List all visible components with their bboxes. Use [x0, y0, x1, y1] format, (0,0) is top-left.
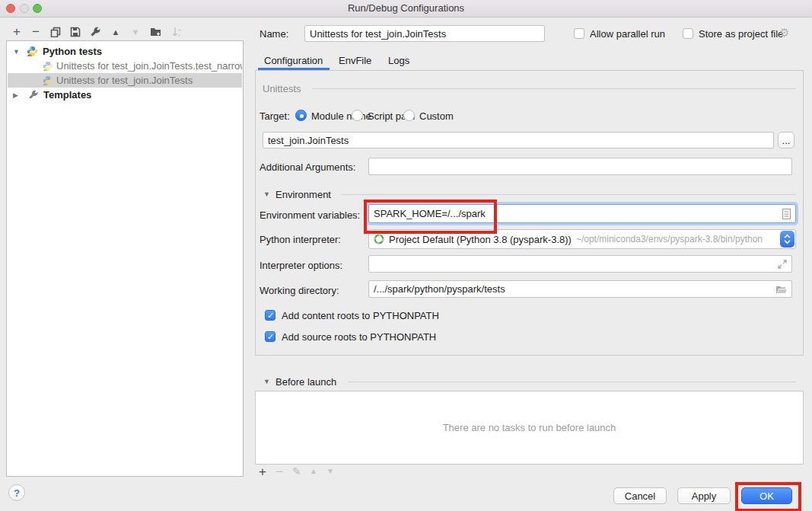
additional-arguments-input[interactable]: [368, 158, 792, 175]
svg-text:a: a: [178, 27, 181, 32]
apply-button-label: Apply: [692, 490, 717, 502]
environment-divider: [341, 194, 796, 195]
environment-header: Environment: [275, 189, 331, 200]
tree-item-label: Python tests: [43, 46, 102, 57]
zoom-window-button[interactable]: [33, 4, 42, 13]
remove-configuration-icon[interactable]: −: [29, 24, 43, 40]
target-input-value: test_join.JoinTests: [268, 135, 349, 146]
python-test-config-icon: [43, 75, 53, 86]
python-test-config-icon: [43, 61, 53, 72]
tree-item-python-tests[interactable]: ▼ Python tests: [8, 44, 242, 59]
before-launch-task-list: There are no tasks to run before launch: [255, 391, 804, 465]
help-button[interactable]: ?: [8, 484, 25, 501]
name-input[interactable]: Unittests for test_join.JoinTests: [304, 25, 545, 42]
conda-environment-icon: [374, 234, 384, 244]
edit-variables-icon[interactable]: [782, 209, 791, 219]
save-configuration-icon[interactable]: [68, 24, 82, 40]
working-directory-label: Working directory:: [260, 285, 339, 296]
edit-templates-wrench-icon[interactable]: [88, 24, 102, 40]
tab-logs[interactable]: Logs: [388, 55, 409, 66]
python-interpreter-value: Project Default (Python 3.8 (pyspark-3.8…: [389, 234, 572, 245]
tree-item-templates[interactable]: ▶ Templates: [8, 88, 242, 102]
environment-variables-label: Environment variables:: [260, 209, 360, 221]
copy-configuration-icon[interactable]: [49, 24, 62, 40]
python-interpreter-label: Python interpreter:: [260, 234, 341, 245]
move-up-icon[interactable]: ▲: [110, 24, 122, 40]
move-task-down-icon[interactable]: ▼: [326, 467, 334, 475]
tab-envfile[interactable]: EnvFile: [339, 55, 371, 66]
tree-item-label: Unittests for test_join.JoinTests.test_n…: [56, 60, 242, 72]
before-launch-divider: [348, 382, 796, 382]
move-task-up-icon[interactable]: ▲: [310, 467, 317, 475]
add-content-roots-checkbox[interactable]: [265, 310, 275, 321]
store-as-project-file-label: Store as project file: [699, 28, 783, 40]
tree-item-unittests-jointests-selected[interactable]: Unittests for test_join.JoinTests: [8, 73, 242, 88]
before-launch-header: Before launch: [275, 376, 336, 388]
before-launch-collapse-icon[interactable]: ▼: [263, 378, 270, 385]
target-script-path-radio[interactable]: [352, 110, 363, 121]
working-directory-input[interactable]: /.../spark/python/pyspark/tests: [368, 280, 792, 298]
edit-task-icon[interactable]: ✎: [292, 465, 301, 477]
close-window-button[interactable]: [6, 4, 15, 13]
configurations-tree: ▼ Python tests Unittests for test_join.J…: [6, 40, 244, 477]
before-launch-empty-text: There are no tasks to run before launch: [443, 422, 616, 433]
run-debug-configurations-dialog: Run/Debug Configurations + − ▲ ▼ az ▼ Py…: [0, 0, 812, 511]
additional-arguments-label: Additional Arguments:: [260, 161, 355, 173]
titlebar: Run/Debug Configurations: [0, 0, 812, 18]
remove-task-icon[interactable]: −: [275, 465, 283, 480]
chevron-down-icon[interactable]: ▼: [13, 48, 21, 56]
store-as-project-file-checkbox[interactable]: [683, 28, 693, 39]
sort-alphabetically-icon[interactable]: az: [170, 24, 184, 40]
envvars-highlight-redbox: [364, 200, 497, 234]
wrench-icon: [28, 90, 39, 101]
target-label: Target:: [260, 110, 290, 122]
allow-parallel-run-label: Allow parallel run: [590, 28, 665, 40]
python-interpreter-path: ~/opt/miniconda3/envs/pyspark-3.8/bin/py…: [576, 234, 763, 244]
cancel-button[interactable]: Cancel: [613, 487, 667, 504]
ok-highlight-redbox: [735, 482, 801, 511]
group-divider: [312, 88, 796, 89]
target-input[interactable]: test_join.JoinTests: [263, 132, 774, 149]
tree-item-unittests-test-narrow[interactable]: Unittests for test_join.JoinTests.test_n…: [8, 59, 242, 73]
chevron-right-icon[interactable]: ▶: [13, 91, 21, 99]
add-content-roots-label: Add content roots to PYTHONPATH: [282, 310, 439, 321]
svg-text:z: z: [178, 33, 180, 37]
expand-field-icon[interactable]: [778, 260, 787, 269]
gear-icon[interactable]: ⚙: [779, 26, 789, 40]
python-tests-icon: [27, 46, 38, 57]
add-source-roots-checkbox[interactable]: [265, 331, 275, 342]
more-icon: ...: [782, 135, 791, 146]
add-configuration-icon[interactable]: +: [10, 24, 24, 40]
window-title: Run/Debug Configurations: [0, 0, 812, 17]
name-label: Name:: [260, 28, 288, 40]
interpreter-dropdown-stepper[interactable]: [780, 231, 794, 248]
cancel-button-label: Cancel: [625, 490, 655, 502]
interpreter-options-label: Interpreter options:: [260, 260, 342, 271]
interpreter-options-input[interactable]: [368, 255, 792, 273]
move-down-icon[interactable]: ▼: [129, 24, 142, 40]
target-custom-radio[interactable]: [403, 110, 415, 121]
add-source-roots-label: Add source roots to PYTHONPATH: [282, 331, 436, 343]
new-folder-icon[interactable]: [149, 24, 163, 40]
target-module-name-radio[interactable]: [295, 110, 307, 121]
browse-button[interactable]: ...: [778, 132, 794, 149]
folder-icon[interactable]: [776, 286, 787, 294]
tree-item-label: Templates: [43, 89, 91, 101]
environment-collapse-icon[interactable]: ▼: [263, 190, 270, 198]
unittests-group-label: Unittests: [263, 83, 301, 94]
target-custom-label[interactable]: Custom: [419, 110, 454, 122]
name-input-value: Unittests for test_join.JoinTests: [310, 28, 446, 40]
working-directory-value: /.../spark/python/pyspark/tests: [374, 283, 505, 295]
allow-parallel-run-checkbox[interactable]: [574, 28, 584, 39]
minimize-window-button: [20, 4, 29, 13]
tab-configuration[interactable]: Configuration: [264, 55, 323, 66]
add-task-icon[interactable]: +: [259, 465, 266, 480]
help-icon: ?: [14, 487, 20, 499]
apply-button[interactable]: Apply: [677, 487, 731, 504]
tree-item-label: Unittests for test_join.JoinTests: [56, 75, 193, 86]
